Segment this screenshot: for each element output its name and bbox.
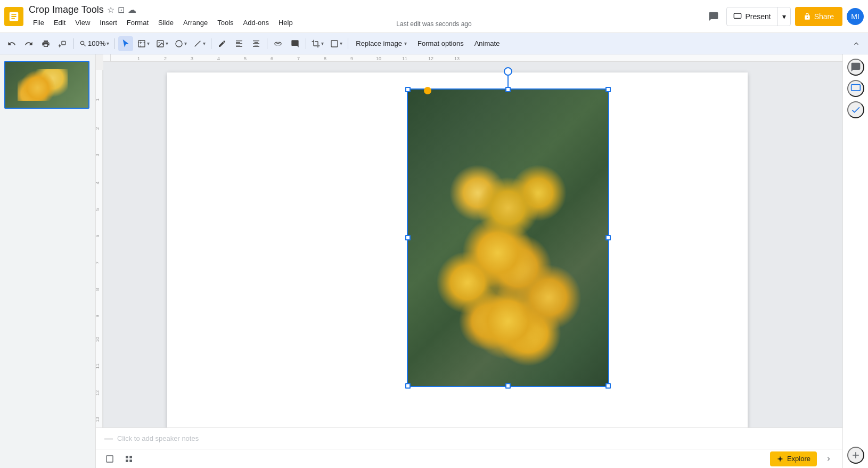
slide-white[interactable]: [167, 72, 748, 427]
select-tool-button[interactable]: [118, 36, 133, 51]
svg-text:6: 6: [96, 235, 100, 237]
ruler-corner: [103, 54, 111, 61]
menu-addons[interactable]: Add-ons: [239, 17, 273, 29]
line-tool-button[interactable]: ▾: [191, 36, 208, 51]
svg-rect-1: [138, 41, 145, 47]
menu-format[interactable]: Format: [122, 17, 153, 29]
shape-tool-button[interactable]: ▾: [173, 36, 189, 51]
menu-bar: File Edit View Insert Format Slide Arran…: [29, 17, 705, 29]
slide-thumb-inner: [5, 62, 88, 108]
bottom-bar: Explore: [96, 449, 842, 468]
svg-text:12: 12: [96, 390, 100, 396]
share-label: Share: [814, 12, 834, 21]
zoom-button[interactable]: 100% ▾: [77, 36, 111, 51]
ruler-5: 5: [244, 56, 247, 61]
doc-title[interactable]: Crop Image Tools: [29, 4, 104, 15]
menu-insert[interactable]: Insert: [95, 17, 121, 29]
notes-toggle-icon[interactable]: —: [104, 434, 113, 443]
mask-arrow: ▾: [340, 41, 342, 46]
slide-thumbnail[interactable]: [4, 61, 89, 109]
svg-rect-24: [126, 456, 128, 458]
present-dropdown-arrow[interactable]: ▾: [778, 7, 790, 26]
svg-rect-28: [851, 85, 860, 91]
ruler-10: 10: [376, 56, 381, 61]
chat-button[interactable]: [705, 8, 722, 25]
link-button[interactable]: [271, 36, 285, 51]
crop-button[interactable]: ▾: [309, 36, 326, 51]
comment-button[interactable]: [288, 36, 302, 51]
thumb-flowers: [18, 69, 68, 101]
separator-5: [306, 38, 306, 49]
image-container[interactable]: [407, 88, 609, 387]
title-area: Crop Image Tools ☆ ⊡ ☁ File Edit View In…: [29, 4, 705, 29]
sidebar-add-button[interactable]: [847, 447, 864, 464]
present-arrow-icon: ▾: [782, 12, 786, 21]
sidebar-check-button[interactable]: [847, 101, 864, 118]
app-logo[interactable]: [4, 7, 23, 26]
svg-text:5: 5: [96, 208, 100, 211]
zoom-level: 100%: [88, 39, 105, 47]
ruler-num-row: 1 2 3 4 5 6 7 8 9 10 11 12 13: [111, 54, 842, 61]
chevron-right-button[interactable]: [821, 451, 836, 466]
rotation-handle[interactable]: [504, 67, 512, 76]
sidebar-chat-button[interactable]: [847, 59, 864, 76]
menu-view[interactable]: View: [71, 17, 94, 29]
slide-canvas[interactable]: • • •: [103, 62, 842, 427]
menu-tools[interactable]: Tools: [213, 17, 238, 29]
svg-line-5: [195, 41, 201, 46]
paint-format-button[interactable]: [55, 36, 70, 51]
menu-help[interactable]: Help: [274, 17, 297, 29]
menu-arrange[interactable]: Arrange: [179, 17, 212, 29]
notes-placeholder[interactable]: Click to add speaker notes: [117, 434, 199, 442]
sidebar-slides-button[interactable]: [847, 80, 864, 97]
explore-button[interactable]: Explore: [770, 451, 817, 466]
svg-text:3: 3: [96, 154, 100, 156]
ruler-left: 1 2 3 4 5 6 7 8 9 10 11 12 13 14: [96, 70, 103, 427]
menu-file[interactable]: File: [29, 17, 48, 29]
present-main[interactable]: Present: [727, 7, 777, 26]
folder-icon[interactable]: ⊡: [118, 5, 125, 15]
svg-text:11: 11: [96, 364, 100, 369]
align-center-button[interactable]: [249, 36, 264, 51]
redo-button[interactable]: [21, 36, 36, 51]
scribble-button[interactable]: [215, 36, 230, 51]
replace-image-button[interactable]: Replace image ▾: [351, 36, 411, 51]
slide-thumb-wrapper: 1: [4, 61, 91, 109]
ruler-3: 3: [191, 56, 193, 61]
canvas-area: 1 2 3 4 5 6 7 8 9 10 11 12 13: [96, 54, 842, 468]
top-bar: Crop Image Tools ☆ ⊡ ☁ File Edit View In…: [0, 0, 868, 33]
svg-text:13: 13: [96, 417, 100, 422]
select-shape-button[interactable]: ▾: [135, 36, 152, 51]
format-options-button[interactable]: Format options: [413, 36, 468, 51]
ruler-marks-container: 1 2 3 4 5 6 7 8 9 10 11 12 13: [103, 54, 842, 61]
image-tool-button[interactable]: ▾: [154, 36, 170, 51]
user-avatar[interactable]: MI: [847, 8, 864, 25]
right-sidebar: [842, 54, 868, 468]
mask-button[interactable]: ▾: [328, 36, 345, 51]
image-arrow: ▾: [166, 41, 168, 46]
svg-text:8: 8: [96, 288, 100, 291]
menu-edit[interactable]: Edit: [50, 17, 70, 29]
ruler-13: 13: [454, 56, 460, 61]
grid-view-button[interactable]: [121, 451, 136, 466]
print-button[interactable]: [38, 36, 53, 51]
ruler-2: 2: [164, 56, 167, 61]
ruler-7: 7: [297, 56, 300, 61]
share-button[interactable]: Share: [795, 7, 842, 26]
svg-text:2: 2: [96, 127, 100, 130]
cloud-icon[interactable]: ☁: [128, 5, 136, 15]
svg-rect-27: [129, 459, 132, 462]
collapse-toolbar-button[interactable]: [849, 36, 864, 51]
last-edit-status: Last edit was seconds ago: [396, 20, 471, 28]
ruler-4: 4: [217, 56, 220, 61]
separator-3: [211, 38, 211, 49]
doc-title-row: Crop Image Tools ☆ ⊡ ☁: [29, 4, 705, 15]
svg-rect-0: [734, 13, 741, 18]
present-button[interactable]: Present ▾: [726, 7, 790, 26]
undo-button[interactable]: [4, 36, 19, 51]
menu-slide[interactable]: Slide: [154, 17, 178, 29]
star-icon[interactable]: ☆: [107, 5, 114, 15]
single-slide-view-button[interactable]: [102, 451, 117, 466]
animate-button[interactable]: Animate: [470, 36, 504, 51]
align-left-button[interactable]: [232, 36, 247, 51]
